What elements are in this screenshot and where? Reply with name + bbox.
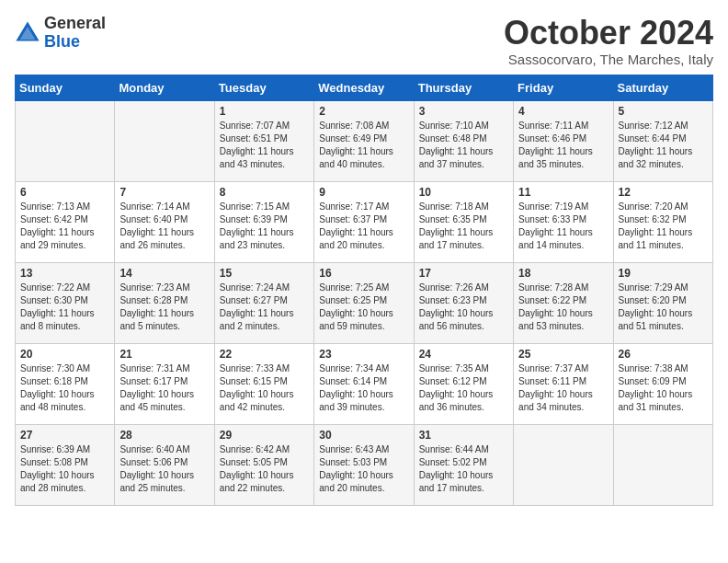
day-info: Sunrise: 7:12 AM Sunset: 6:44 PM Dayligh… bbox=[619, 120, 708, 171]
weekday-header: Tuesday bbox=[214, 75, 313, 100]
day-number: 20 bbox=[20, 348, 109, 361]
day-number: 19 bbox=[619, 267, 708, 280]
calendar-cell bbox=[514, 424, 613, 505]
day-number: 13 bbox=[20, 267, 109, 280]
calendar-cell bbox=[613, 424, 712, 505]
day-number: 10 bbox=[419, 186, 508, 199]
calendar-cell: 24Sunrise: 7:35 AM Sunset: 6:12 PM Dayli… bbox=[414, 343, 513, 424]
day-number: 14 bbox=[119, 267, 209, 280]
calendar-week-row: 13Sunrise: 7:22 AM Sunset: 6:30 PM Dayli… bbox=[16, 262, 713, 343]
calendar-cell: 21Sunrise: 7:31 AM Sunset: 6:17 PM Dayli… bbox=[115, 343, 214, 424]
calendar-week-row: 6Sunrise: 7:13 AM Sunset: 6:42 PM Daylig… bbox=[16, 181, 713, 262]
day-number: 18 bbox=[518, 267, 608, 280]
day-info: Sunrise: 7:37 AM Sunset: 6:11 PM Dayligh… bbox=[518, 362, 608, 414]
logo: General Blue bbox=[15, 15, 106, 52]
calendar-table: SundayMondayTuesdayWednesdayThursdayFrid… bbox=[15, 75, 713, 506]
day-info: Sunrise: 7:33 AM Sunset: 6:15 PM Dayligh… bbox=[220, 362, 309, 414]
day-number: 7 bbox=[119, 186, 209, 199]
day-info: Sunrise: 6:39 AM Sunset: 5:08 PM Dayligh… bbox=[20, 443, 109, 495]
day-number: 22 bbox=[220, 348, 309, 361]
calendar-week-row: 20Sunrise: 7:30 AM Sunset: 6:18 PM Dayli… bbox=[16, 343, 713, 424]
day-info: Sunrise: 7:19 AM Sunset: 6:33 PM Dayligh… bbox=[518, 201, 608, 252]
day-number: 26 bbox=[619, 348, 708, 361]
day-info: Sunrise: 7:22 AM Sunset: 6:30 PM Dayligh… bbox=[20, 282, 109, 333]
calendar-cell: 6Sunrise: 7:13 AM Sunset: 6:42 PM Daylig… bbox=[16, 181, 115, 262]
day-info: Sunrise: 7:26 AM Sunset: 6:23 PM Dayligh… bbox=[419, 282, 508, 333]
day-number: 11 bbox=[518, 186, 608, 199]
day-info: Sunrise: 6:43 AM Sunset: 5:03 PM Dayligh… bbox=[319, 443, 408, 495]
calendar-cell: 18Sunrise: 7:28 AM Sunset: 6:22 PM Dayli… bbox=[514, 262, 613, 343]
day-number: 1 bbox=[220, 105, 309, 118]
calendar-cell: 16Sunrise: 7:25 AM Sunset: 6:25 PM Dayli… bbox=[314, 262, 414, 343]
calendar-cell: 4Sunrise: 7:11 AM Sunset: 6:46 PM Daylig… bbox=[514, 100, 613, 181]
day-info: Sunrise: 7:31 AM Sunset: 6:17 PM Dayligh… bbox=[119, 362, 209, 414]
day-number: 3 bbox=[419, 105, 508, 118]
day-info: Sunrise: 7:11 AM Sunset: 6:46 PM Dayligh… bbox=[518, 120, 608, 171]
day-number: 31 bbox=[419, 429, 508, 442]
day-info: Sunrise: 7:20 AM Sunset: 6:32 PM Dayligh… bbox=[619, 201, 708, 252]
day-info: Sunrise: 6:42 AM Sunset: 5:05 PM Dayligh… bbox=[220, 443, 309, 495]
calendar-cell bbox=[115, 100, 214, 181]
calendar-cell: 12Sunrise: 7:20 AM Sunset: 6:32 PM Dayli… bbox=[613, 181, 712, 262]
month-title: October 2024 bbox=[504, 15, 713, 52]
weekday-header: Thursday bbox=[414, 75, 513, 100]
calendar-cell: 19Sunrise: 7:29 AM Sunset: 6:20 PM Dayli… bbox=[613, 262, 712, 343]
day-info: Sunrise: 7:25 AM Sunset: 6:25 PM Dayligh… bbox=[319, 282, 408, 333]
day-number: 2 bbox=[319, 105, 408, 118]
day-number: 17 bbox=[419, 267, 508, 280]
calendar-cell: 2Sunrise: 7:08 AM Sunset: 6:49 PM Daylig… bbox=[314, 100, 414, 181]
day-info: Sunrise: 7:38 AM Sunset: 6:09 PM Dayligh… bbox=[619, 362, 708, 414]
day-number: 9 bbox=[319, 186, 408, 199]
day-info: Sunrise: 7:08 AM Sunset: 6:49 PM Dayligh… bbox=[319, 120, 408, 171]
day-number: 12 bbox=[619, 186, 708, 199]
day-info: Sunrise: 7:35 AM Sunset: 6:12 PM Dayligh… bbox=[419, 362, 508, 414]
day-info: Sunrise: 7:18 AM Sunset: 6:35 PM Dayligh… bbox=[419, 201, 508, 252]
day-number: 28 bbox=[119, 429, 209, 442]
day-number: 16 bbox=[319, 267, 408, 280]
weekday-header: Saturday bbox=[613, 75, 712, 100]
calendar-week-row: 27Sunrise: 6:39 AM Sunset: 5:08 PM Dayli… bbox=[16, 424, 713, 505]
logo-text: General Blue bbox=[44, 15, 106, 52]
day-info: Sunrise: 7:29 AM Sunset: 6:20 PM Dayligh… bbox=[619, 282, 708, 333]
calendar-cell: 14Sunrise: 7:23 AM Sunset: 6:28 PM Dayli… bbox=[115, 262, 214, 343]
calendar-cell: 3Sunrise: 7:10 AM Sunset: 6:48 PM Daylig… bbox=[414, 100, 513, 181]
calendar-cell: 27Sunrise: 6:39 AM Sunset: 5:08 PM Dayli… bbox=[16, 424, 115, 505]
day-number: 29 bbox=[220, 429, 309, 442]
calendar-cell: 23Sunrise: 7:34 AM Sunset: 6:14 PM Dayli… bbox=[314, 343, 414, 424]
day-info: Sunrise: 7:07 AM Sunset: 6:51 PM Dayligh… bbox=[220, 120, 309, 171]
calendar-cell: 7Sunrise: 7:14 AM Sunset: 6:40 PM Daylig… bbox=[115, 181, 214, 262]
calendar-cell: 13Sunrise: 7:22 AM Sunset: 6:30 PM Dayli… bbox=[16, 262, 115, 343]
day-info: Sunrise: 7:17 AM Sunset: 6:37 PM Dayligh… bbox=[319, 201, 408, 252]
day-number: 27 bbox=[20, 429, 109, 442]
day-number: 30 bbox=[319, 429, 408, 442]
day-number: 15 bbox=[220, 267, 309, 280]
weekday-header-row: SundayMondayTuesdayWednesdayThursdayFrid… bbox=[16, 75, 713, 100]
title-block: October 2024 Sassocorvaro, The Marches, … bbox=[504, 15, 713, 67]
calendar-cell: 20Sunrise: 7:30 AM Sunset: 6:18 PM Dayli… bbox=[16, 343, 115, 424]
day-number: 8 bbox=[220, 186, 309, 199]
calendar-cell: 22Sunrise: 7:33 AM Sunset: 6:15 PM Dayli… bbox=[214, 343, 313, 424]
logo-icon bbox=[15, 20, 40, 46]
calendar-cell: 5Sunrise: 7:12 AM Sunset: 6:44 PM Daylig… bbox=[613, 100, 712, 181]
calendar-cell: 30Sunrise: 6:43 AM Sunset: 5:03 PM Dayli… bbox=[314, 424, 414, 505]
calendar-week-row: 1Sunrise: 7:07 AM Sunset: 6:51 PM Daylig… bbox=[16, 100, 713, 181]
calendar-cell: 17Sunrise: 7:26 AM Sunset: 6:23 PM Dayli… bbox=[414, 262, 513, 343]
calendar-cell: 10Sunrise: 7:18 AM Sunset: 6:35 PM Dayli… bbox=[414, 181, 513, 262]
weekday-header: Wednesday bbox=[314, 75, 414, 100]
calendar-cell: 8Sunrise: 7:15 AM Sunset: 6:39 PM Daylig… bbox=[214, 181, 313, 262]
calendar-cell bbox=[16, 100, 115, 181]
day-number: 23 bbox=[319, 348, 408, 361]
calendar-cell: 28Sunrise: 6:40 AM Sunset: 5:06 PM Dayli… bbox=[115, 424, 214, 505]
calendar-cell: 15Sunrise: 7:24 AM Sunset: 6:27 PM Dayli… bbox=[214, 262, 313, 343]
calendar-cell: 26Sunrise: 7:38 AM Sunset: 6:09 PM Dayli… bbox=[613, 343, 712, 424]
calendar-cell: 9Sunrise: 7:17 AM Sunset: 6:37 PM Daylig… bbox=[314, 181, 414, 262]
day-info: Sunrise: 7:28 AM Sunset: 6:22 PM Dayligh… bbox=[518, 282, 608, 333]
calendar-cell: 11Sunrise: 7:19 AM Sunset: 6:33 PM Dayli… bbox=[514, 181, 613, 262]
day-number: 25 bbox=[518, 348, 608, 361]
calendar-cell: 1Sunrise: 7:07 AM Sunset: 6:51 PM Daylig… bbox=[214, 100, 313, 181]
day-info: Sunrise: 7:14 AM Sunset: 6:40 PM Dayligh… bbox=[119, 201, 209, 252]
day-number: 24 bbox=[419, 348, 508, 361]
day-info: Sunrise: 7:24 AM Sunset: 6:27 PM Dayligh… bbox=[220, 282, 309, 333]
page-header: General Blue October 2024 Sassocorvaro, … bbox=[15, 15, 713, 67]
day-info: Sunrise: 7:13 AM Sunset: 6:42 PM Dayligh… bbox=[20, 201, 109, 252]
